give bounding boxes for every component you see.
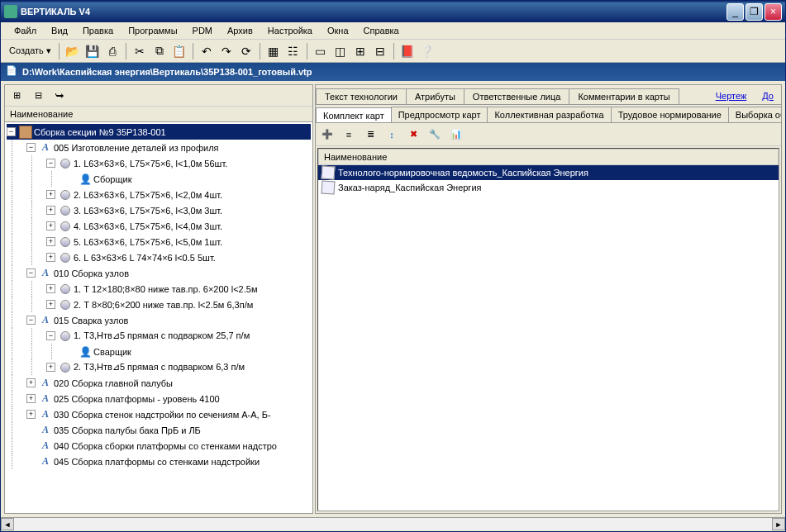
- saveall-icon[interactable]: ⎙: [103, 42, 121, 60]
- tree-tool1-icon[interactable]: ⊞: [7, 87, 26, 105]
- copy-icon[interactable]: ⧉: [150, 42, 169, 60]
- menu-item[interactable]: Настройка: [261, 24, 319, 37]
- close-button[interactable]: ×: [765, 3, 782, 21]
- win3-icon[interactable]: ⊞: [351, 42, 369, 60]
- book-icon[interactable]: 📕: [398, 42, 417, 60]
- expand-icon[interactable]: +: [46, 284, 55, 293]
- expand-icon[interactable]: +: [46, 221, 55, 230]
- expand-icon[interactable]: −: [7, 127, 16, 136]
- horizontal-scrollbar[interactable]: ◄ ►: [1, 517, 785, 530]
- tree-row[interactable]: −A005 Изготовление деталей из профиля: [7, 140, 311, 155]
- document-list[interactable]: Наименование Технолого-нормировочная вед…: [317, 148, 779, 511]
- list-item[interactable]: Заказ-наряд_Каспийская Энергия: [318, 180, 779, 195]
- expand-icon[interactable]: +: [26, 410, 36, 419]
- help-icon[interactable]: ❔: [418, 42, 436, 60]
- tree-row[interactable]: +1. Т 12×180;8×80 ниже тав.пр. 6×200 l<2…: [7, 281, 311, 297]
- list1-icon[interactable]: ≡: [340, 126, 358, 144]
- move-icon[interactable]: ↕: [383, 126, 401, 144]
- redo-icon[interactable]: ↷: [217, 42, 236, 60]
- cut-icon[interactable]: ✂: [131, 42, 149, 60]
- process-tree[interactable]: −Сборка секции №9 35Р138-001−A005 Изгото…: [5, 122, 312, 513]
- expand-icon[interactable]: −: [26, 316, 36, 325]
- tab[interactable]: Атрибуты: [406, 88, 464, 104]
- tab-link[interactable]: Чертеж: [707, 88, 755, 104]
- sub-tab[interactable]: Выборка объ: [728, 107, 781, 122]
- sub-tab[interactable]: Трудовое нормирование: [611, 107, 729, 122]
- menu-item[interactable]: Окна: [321, 24, 355, 37]
- tab-link[interactable]: До: [754, 88, 782, 104]
- list-item[interactable]: Технолого-нормировочная ведомость_Каспий…: [318, 165, 779, 180]
- sub-tab[interactable]: Комплект карт: [316, 107, 392, 123]
- expand-icon[interactable]: +: [46, 237, 55, 246]
- expand-icon[interactable]: +: [46, 363, 55, 372]
- tree-row[interactable]: −1. L63×63×6, L75×75×6, l<1,0м 56шт.: [7, 155, 311, 171]
- menu-item[interactable]: PDM: [186, 24, 219, 37]
- tree-tool2-icon[interactable]: ⊟: [28, 87, 48, 105]
- expand-icon[interactable]: +: [26, 394, 36, 403]
- tree-row[interactable]: +2. Т 8×80;6×200 ниже тав.пр. l<2.5м 6,3…: [7, 297, 311, 312]
- tree-row[interactable]: −A010 Сборка узлов: [7, 265, 311, 281]
- add-icon[interactable]: ➕: [318, 126, 336, 144]
- menu-item[interactable]: Файл: [7, 24, 43, 37]
- tab[interactable]: Комментарии в карты: [569, 88, 679, 104]
- tree-row[interactable]: A035 Сборка палубы бака ПрБ и ЛБ: [7, 422, 311, 438]
- tree-row[interactable]: 👤Сборщик: [7, 171, 311, 187]
- tree-row[interactable]: +A025 Сборка платформы - уровень 4100: [7, 391, 311, 406]
- expand-icon[interactable]: −: [46, 331, 55, 340]
- win1-icon[interactable]: ▭: [312, 42, 330, 60]
- expand-icon[interactable]: +: [46, 190, 55, 199]
- create-button[interactable]: Создать ▾: [6, 44, 55, 58]
- tree-row[interactable]: +2. Т3,Нтв⊿5 прямая с подварком 6,3 п/м: [7, 359, 311, 375]
- menu-item[interactable]: Правка: [76, 24, 120, 37]
- expand-icon[interactable]: −: [26, 268, 36, 278]
- tree-row[interactable]: +6. L 63×63×6 L 74×74×6 l<0.5 5шт.: [7, 249, 311, 265]
- left-column-header[interactable]: Наименование: [5, 107, 312, 122]
- win4-icon[interactable]: ⊟: [371, 42, 389, 60]
- tree-row[interactable]: +5. L63×63×6, L75×75×6, l<5,0м 1шт.: [7, 234, 311, 249]
- tree-label: 015 Сварка узлов: [54, 316, 128, 325]
- list2-icon[interactable]: ≣: [361, 126, 379, 144]
- expand-icon[interactable]: +: [46, 253, 55, 262]
- tree-row[interactable]: A040 Сборка сборки платформы со стенками…: [7, 438, 311, 454]
- scroll-left-icon[interactable]: ◄: [1, 518, 14, 530]
- expand-icon[interactable]: −: [46, 159, 55, 168]
- tree-row[interactable]: −A015 Сварка узлов: [7, 312, 311, 328]
- refresh-icon[interactable]: ⟳: [237, 42, 255, 60]
- delete-icon[interactable]: ✖: [404, 126, 422, 144]
- restore-button[interactable]: ❐: [746, 3, 763, 21]
- db-icon[interactable]: ☷: [284, 42, 302, 60]
- win2-icon[interactable]: ◫: [331, 42, 350, 60]
- tab[interactable]: Текст технологии: [316, 88, 407, 104]
- menu-item[interactable]: Программы: [121, 24, 183, 37]
- tree-row[interactable]: 👤Сварщик: [7, 344, 311, 359]
- tree-row[interactable]: +A030 Сборка стенок надстройки по сечени…: [7, 406, 311, 422]
- open-icon[interactable]: 📂: [64, 42, 82, 60]
- minimize-button[interactable]: _: [726, 3, 744, 21]
- tree-row[interactable]: +A020 Сборка главной палубы: [7, 375, 311, 391]
- expand-icon[interactable]: +: [26, 378, 36, 387]
- menu-item[interactable]: Справка: [357, 24, 406, 37]
- tree-row[interactable]: +2. L63×63×6, L75×75×6, l<2,0м 4шт.: [7, 187, 311, 202]
- tree-row[interactable]: A045 Сборка платформы со стенками надстр…: [7, 454, 311, 469]
- tree-row[interactable]: −Сборка секции №9 35Р138-001: [7, 124, 311, 140]
- grid-icon[interactable]: ▦: [264, 42, 283, 60]
- report-icon[interactable]: 📊: [447, 126, 465, 144]
- menu-item[interactable]: Архив: [221, 24, 260, 37]
- sub-tab[interactable]: Предпросмотр карт: [391, 107, 488, 122]
- right-column-header[interactable]: Наименование: [318, 149, 779, 165]
- tree-tool3-icon[interactable]: ⮩: [50, 87, 69, 105]
- sub-tab[interactable]: Коллективная разработка: [487, 107, 611, 122]
- config-icon[interactable]: 🔧: [426, 126, 444, 144]
- expand-icon[interactable]: +: [46, 206, 55, 215]
- tree-row[interactable]: +3. L63×63×6, L75×75×6, l<3,0м 3шт.: [7, 202, 311, 218]
- undo-icon[interactable]: ↶: [198, 42, 216, 60]
- tree-row[interactable]: −1. Т3,Нтв⊿5 прямая с подварком 25,7 п/м: [7, 328, 311, 344]
- save-icon[interactable]: 💾: [83, 42, 102, 60]
- expand-icon[interactable]: −: [26, 143, 36, 152]
- menu-item[interactable]: Вид: [45, 24, 74, 37]
- scroll-right-icon[interactable]: ►: [772, 518, 785, 530]
- paste-icon[interactable]: 📋: [170, 42, 188, 60]
- tree-row[interactable]: +4. L63×63×6, L75×75×6, l<4,0м 3шт.: [7, 218, 311, 234]
- tab[interactable]: Ответственные лица: [464, 88, 570, 104]
- expand-icon[interactable]: +: [46, 300, 55, 309]
